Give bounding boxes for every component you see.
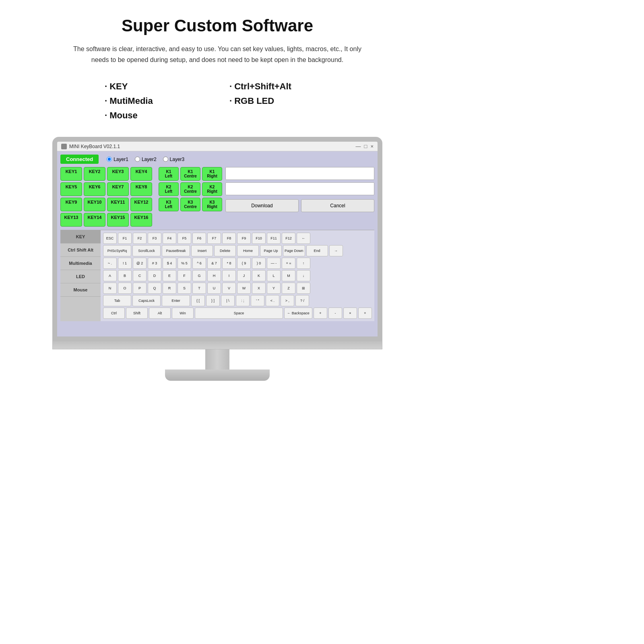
k1-right[interactable]: K1Right [202, 167, 222, 181]
pipe-key[interactable]: | \ [221, 295, 235, 306]
backspace-arrow-key[interactable]: ← [297, 233, 310, 244]
l-key[interactable]: L [267, 270, 281, 281]
k3-left[interactable]: K3Left [159, 198, 179, 211]
z-key[interactable]: Z [282, 283, 295, 294]
f8-key[interactable]: F8 [222, 233, 236, 244]
pageup-key[interactable]: Page Up [260, 245, 282, 256]
9-key[interactable]: ( 9 [237, 258, 251, 269]
bracket-close-key[interactable]: } ] [206, 295, 220, 306]
key11[interactable]: KEY11 [107, 198, 129, 211]
pausebreak-key[interactable]: PauseBreak [162, 245, 190, 256]
key5[interactable]: KEY5 [60, 182, 82, 196]
enter-key[interactable]: Enter [162, 295, 190, 306]
key15[interactable]: KEY15 [107, 213, 129, 227]
shift-key[interactable]: Shift [126, 308, 148, 319]
k-key[interactable]: K [252, 270, 266, 281]
end-key[interactable]: End [306, 245, 328, 256]
p-key[interactable]: P [133, 283, 147, 294]
key9[interactable]: KEY9 [60, 198, 82, 211]
key2[interactable]: KEY2 [84, 167, 105, 181]
text-input-1[interactable] [225, 167, 374, 180]
5-key[interactable]: % 5 [178, 258, 191, 269]
nav-ctrl-shift-alt[interactable]: Ctrl Shift Alt [60, 244, 101, 257]
g-key[interactable]: G [192, 270, 206, 281]
k2-right[interactable]: K2Right [202, 182, 222, 196]
esc-key[interactable]: ESC [103, 233, 117, 244]
f2-key[interactable]: F2 [133, 233, 147, 244]
e-key[interactable]: E [163, 270, 176, 281]
numpad-times-key[interactable]: × [343, 308, 357, 319]
home-key[interactable]: Home [237, 245, 259, 256]
slash-key[interactable]: ? / [295, 295, 309, 306]
k3-right[interactable]: K3Right [202, 198, 222, 211]
f9-key[interactable]: F9 [237, 233, 251, 244]
key6[interactable]: KEY6 [84, 182, 105, 196]
f5-key[interactable]: F5 [178, 233, 191, 244]
key3[interactable]: KEY3 [107, 167, 129, 181]
f12-key[interactable]: F12 [282, 233, 295, 244]
8-key[interactable]: * 8 [222, 258, 236, 269]
comma-key[interactable]: < . [266, 295, 279, 306]
key16[interactable]: KEY16 [130, 213, 152, 227]
layer3-radio[interactable]: Layer3 [163, 157, 185, 162]
b-key[interactable]: B [118, 270, 132, 281]
nav-led[interactable]: LED [60, 270, 101, 283]
7-key[interactable]: & 7 [207, 258, 221, 269]
f10-key[interactable]: F10 [252, 233, 266, 244]
prtsc-key[interactable]: PrtScSysRq [103, 245, 131, 256]
c-key[interactable]: C [133, 270, 147, 281]
w-key[interactable]: W [237, 283, 251, 294]
plus-key[interactable]: + = [282, 258, 295, 269]
t-key[interactable]: T [192, 283, 206, 294]
key14[interactable]: KEY14 [84, 213, 105, 227]
text-input-2[interactable] [225, 182, 374, 195]
3-key[interactable]: # 3 [148, 258, 161, 269]
v-key[interactable]: V [222, 283, 236, 294]
key10[interactable]: KEY10 [84, 198, 105, 211]
quote-key[interactable]: ' " [251, 295, 264, 306]
k3-centre[interactable]: K3Centre [180, 198, 200, 211]
space-key[interactable]: Space [195, 308, 283, 319]
pagedown-key[interactable]: Page Down [283, 245, 305, 256]
k2-left[interactable]: K2Left [159, 182, 179, 196]
tab-key[interactable]: Tab [103, 295, 131, 306]
m-key[interactable]: M [282, 270, 295, 281]
f-key[interactable]: F [178, 270, 191, 281]
key7[interactable]: KEY7 [107, 182, 129, 196]
close-button[interactable]: × [370, 143, 374, 149]
download-button[interactable]: Download [225, 199, 299, 212]
k1-left[interactable]: K1Left [159, 167, 179, 181]
key4[interactable]: KEY4 [130, 167, 152, 181]
f7-key[interactable]: F7 [207, 233, 221, 244]
capslock-key[interactable]: CapsLock [132, 295, 161, 306]
numpad-minus-key[interactable]: - [328, 308, 342, 319]
win-key[interactable]: Win [172, 308, 194, 319]
ctrl-key[interactable]: Ctrl [103, 308, 125, 319]
key8[interactable]: KEY8 [130, 182, 152, 196]
k1-centre[interactable]: K1Centre [180, 167, 200, 181]
1-key[interactable]: ! 1 [118, 258, 132, 269]
semicolon-key[interactable]: : ; [236, 295, 250, 306]
scrolllock-key[interactable]: ScrollLock [132, 245, 161, 256]
alt-key[interactable]: Alt [149, 308, 171, 319]
bracket-open-key[interactable]: { [ [191, 295, 205, 306]
i-key[interactable]: I [222, 270, 236, 281]
j-key[interactable]: J [237, 270, 251, 281]
u-key[interactable]: U [207, 283, 221, 294]
2-key[interactable]: @ 2 [133, 258, 147, 269]
down-arrow-key[interactable]: ↓ [297, 270, 310, 281]
o-key[interactable]: O [118, 283, 132, 294]
nav-multimedia[interactable]: Multimedia [60, 257, 101, 270]
backspace-key[interactable]: ← Backspace [284, 308, 312, 319]
key1[interactable]: KEY1 [60, 167, 82, 181]
win-logo-key[interactable]: ⊞ [297, 283, 310, 294]
h-key[interactable]: H [207, 270, 221, 281]
key13[interactable]: KEY13 [60, 213, 82, 227]
r-key[interactable]: R [163, 283, 176, 294]
maximize-button[interactable]: □ [364, 143, 367, 149]
layer1-radio[interactable]: Layer1 [107, 157, 128, 162]
delete-key[interactable]: Delete [214, 245, 236, 256]
f3-key[interactable]: F3 [148, 233, 161, 244]
period-key[interactable]: > , [281, 295, 294, 306]
minus-key[interactable]: — - [267, 258, 281, 269]
